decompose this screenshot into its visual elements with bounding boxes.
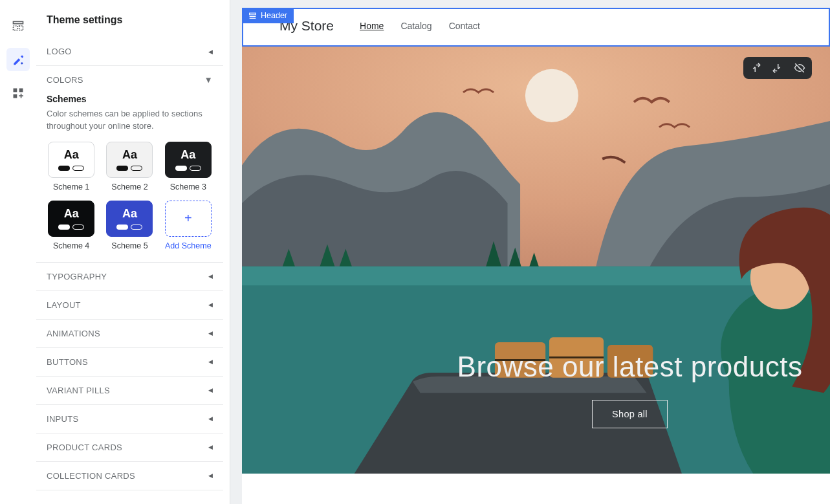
scheme-sample-text: Aa <box>122 207 137 221</box>
caret-left-icon: ◀ <box>208 301 213 308</box>
move-down-button[interactable] <box>772 62 783 74</box>
scheme-item: AaScheme 4 <box>47 201 96 250</box>
hero-section[interactable]: Browse our latest products Shop all <box>242 47 830 474</box>
scheme-sample-text: Aa <box>180 148 195 162</box>
section-layout[interactable]: LAYOUT ◀ <box>36 291 223 320</box>
nav-link-contact[interactable]: Contact <box>449 21 480 31</box>
section-animations[interactable]: ANIMATIONS ◀ <box>36 320 223 348</box>
add-scheme-label: Add Scheme <box>165 241 212 250</box>
caret-left-icon: ◀ <box>208 472 213 479</box>
caret-left-icon: ◀ <box>208 273 213 279</box>
scheme-sample-text: Aa <box>122 148 137 162</box>
nav-link-catalog[interactable]: Catalog <box>400 21 431 31</box>
section-inputs[interactable]: INPUTS ◀ <box>36 405 223 433</box>
svg-rect-0 <box>14 21 23 23</box>
scheme-sample-text: Aa <box>64 207 79 221</box>
section-collection-cards[interactable]: COLLECTION CARDS ◀ <box>36 462 223 490</box>
hero-cta-button[interactable]: Shop all <box>592 400 668 428</box>
svg-rect-4 <box>14 89 17 93</box>
section-toolbar <box>743 57 812 79</box>
svg-point-3 <box>21 62 23 64</box>
section-logo[interactable]: LOGO ◀ <box>36 38 223 66</box>
scheme-item: AaScheme 3 <box>164 142 213 192</box>
svg-rect-6 <box>14 94 17 98</box>
svg-rect-7 <box>250 13 256 15</box>
schemes-help-text: Color schemes can be applied to sections… <box>47 108 213 133</box>
nav-link-home[interactable]: Home <box>360 21 384 31</box>
scheme-item: AaScheme 1 <box>47 142 96 192</box>
svg-point-11 <box>525 69 578 122</box>
hide-section-button[interactable] <box>794 62 805 74</box>
header-section-icon <box>248 12 257 20</box>
schemes-subheading: Schemes <box>47 94 213 104</box>
scheme-tile-4[interactable]: Aa <box>48 201 94 237</box>
section-product-cards[interactable]: PRODUCT CARDS ◀ <box>36 433 223 462</box>
apps-rail-button[interactable] <box>6 82 30 105</box>
add-scheme-button[interactable]: + <box>165 201 212 237</box>
panel-scroll[interactable]: LOGO ◀ COLORS ▼ Schemes Color schemes ca… <box>36 38 230 504</box>
scheme-label: Scheme 5 <box>111 241 147 250</box>
theme-settings-panel: Theme settings LOGO ◀ COLORS ▼ Schemes C… <box>36 0 230 504</box>
section-variant-pills[interactable]: VARIANT PILLS ◀ <box>36 377 223 405</box>
scheme-tile-5[interactable]: Aa <box>106 201 153 237</box>
svg-rect-2 <box>19 26 23 30</box>
scheme-item: AaScheme 5 <box>105 201 154 250</box>
caret-left-icon: ◀ <box>208 358 213 365</box>
svg-rect-5 <box>19 89 23 93</box>
selection-tag[interactable]: Header <box>242 8 294 23</box>
scheme-item: AaScheme 2 <box>105 142 154 192</box>
caret-left-icon: ◀ <box>208 387 213 393</box>
move-up-button[interactable] <box>750 62 761 74</box>
scheme-label: Scheme 1 <box>53 182 89 192</box>
section-buttons[interactable]: BUTTONS ◀ <box>36 348 223 377</box>
store-header[interactable]: My Store HomeCatalogContact <box>242 8 830 47</box>
scheme-sample-text: Aa <box>64 148 79 162</box>
plus-icon: + <box>184 211 192 226</box>
caret-left-icon: ◀ <box>208 415 213 422</box>
caret-left-icon: ◀ <box>208 49 213 55</box>
theme-settings-rail-button[interactable] <box>6 48 30 71</box>
caret-down-icon: ▼ <box>204 75 213 85</box>
caret-left-icon: ◀ <box>208 444 213 450</box>
scheme-label: Scheme 3 <box>170 182 206 192</box>
scheme-tile-2[interactable]: Aa <box>106 142 153 178</box>
section-colors[interactable]: COLORS ▼ <box>47 66 213 90</box>
left-icon-rail <box>0 0 36 504</box>
scheme-label: Scheme 2 <box>111 182 147 192</box>
svg-rect-1 <box>14 26 18 30</box>
sections-rail-button[interactable] <box>6 14 30 38</box>
section-typography[interactable]: TYPOGRAPHY ◀ <box>36 263 223 291</box>
scheme-tile-3[interactable]: Aa <box>165 142 212 178</box>
panel-title: Theme settings <box>36 0 230 38</box>
scheme-item-add: +Add Scheme <box>164 201 213 250</box>
scheme-grid: AaScheme 1AaScheme 2AaScheme 3AaScheme 4… <box>47 142 213 250</box>
store-nav: HomeCatalogContact <box>360 21 480 31</box>
scheme-tile-1[interactable]: Aa <box>48 142 94 178</box>
hero-heading: Browse our latest products <box>430 351 830 383</box>
scheme-label: Scheme 4 <box>53 241 89 250</box>
store-preview: Header My Store HomeCatalogContact <box>230 0 830 504</box>
caret-left-icon: ◀ <box>208 330 213 336</box>
